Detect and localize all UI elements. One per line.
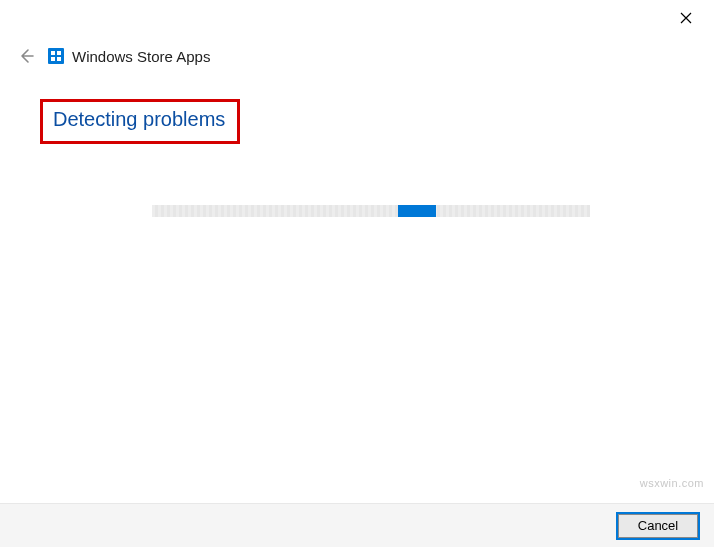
close-icon xyxy=(680,12,692,24)
close-button[interactable] xyxy=(676,8,696,28)
window-title: Windows Store Apps xyxy=(72,48,210,65)
progress-indicator xyxy=(398,205,436,217)
back-button[interactable] xyxy=(14,44,38,68)
footer: Cancel xyxy=(0,503,714,547)
title-group: Windows Store Apps xyxy=(48,48,210,65)
watermark-text: wsxwin.com xyxy=(640,477,704,489)
cancel-button[interactable]: Cancel xyxy=(618,514,698,538)
status-highlight: Detecting problems xyxy=(40,99,240,144)
windows-store-icon xyxy=(48,48,64,64)
status-heading: Detecting problems xyxy=(53,108,225,131)
back-arrow-icon xyxy=(17,47,35,65)
header: Windows Store Apps xyxy=(14,44,210,68)
progress-bar xyxy=(152,205,590,217)
